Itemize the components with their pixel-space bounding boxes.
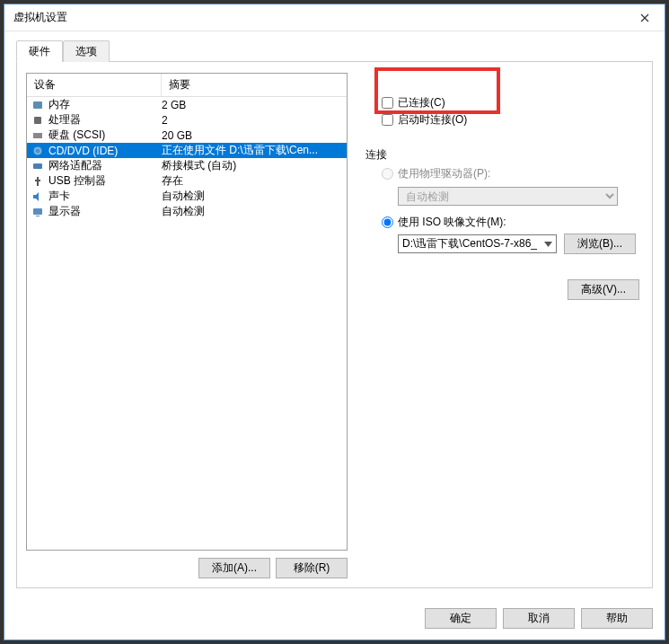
use-physical-row: 使用物理驱动器(P): (382, 166, 643, 181)
iso-path-input[interactable] (398, 234, 557, 253)
device-row[interactable]: 显示器自动检测 (27, 204, 347, 219)
svg-rect-0 (33, 101, 42, 109)
tab-strip: 硬件 选项 (16, 40, 653, 62)
device-row[interactable]: 网络适配器桥接模式 (自动) (27, 158, 347, 173)
iso-path-row: 浏览(B)... (398, 234, 643, 254)
connected-label: 已连接(C) (398, 95, 445, 110)
device-summary: 自动检测 (162, 204, 343, 219)
settings-window: 虚拟机设置 硬件 选项 设备 摘要 内存2 GB处理器2硬盘 (SCSI)20 … (4, 4, 665, 640)
device-label: 硬盘 (SCSI) (48, 128, 162, 143)
connect-at-power-checkbox[interactable] (382, 114, 393, 126)
col-header-summary[interactable]: 摘要 (162, 74, 347, 96)
usb-icon (31, 174, 45, 189)
svg-point-3 (37, 149, 40, 152)
device-label: 内存 (48, 97, 162, 112)
content-area: 硬件 选项 设备 摘要 内存2 GB处理器2硬盘 (SCSI)20 GBCD/D… (4, 31, 665, 599)
connection-heading: 连接 (365, 147, 643, 163)
device-table: 设备 摘要 内存2 GB处理器2硬盘 (SCSI)20 GBCD/DVD (ID… (26, 73, 348, 551)
svg-rect-1 (34, 117, 41, 124)
tab-options[interactable]: 选项 (63, 40, 110, 62)
device-summary: 20 GB (162, 129, 343, 142)
device-row[interactable]: CD/DVD (IDE)正在使用文件 D:\迅雷下载\Cen... (27, 143, 347, 158)
device-label: 处理器 (48, 112, 162, 128)
dialog-footer: 确定 取消 帮助 (4, 599, 665, 640)
device-label: 网络适配器 (48, 158, 162, 173)
cpu-icon (31, 113, 45, 128)
physical-drive-select[interactable]: 自动检测 (398, 187, 618, 206)
browse-button[interactable]: 浏览(B)... (564, 234, 636, 254)
connected-checkbox[interactable] (382, 97, 393, 109)
tab-body: 设备 摘要 内存2 GB处理器2硬盘 (SCSI)20 GBCD/DVD (ID… (16, 62, 653, 588)
use-iso-label: 使用 ISO 映像文件(M): (398, 215, 506, 230)
tab-hardware[interactable]: 硬件 (16, 40, 63, 62)
device-table-header: 设备 摘要 (27, 74, 347, 97)
disp-icon (31, 205, 45, 219)
connect-at-power-row: 启动时连接(O) (382, 112, 643, 128)
svg-rect-5 (33, 208, 42, 215)
device-summary: 2 (162, 114, 343, 127)
device-row[interactable]: 处理器2 (27, 112, 347, 128)
connection-section: 连接 使用物理驱动器(P): 自动检测 使用 ISO 映像文件(M): (365, 147, 643, 300)
use-iso-radio[interactable] (382, 216, 393, 228)
help-button[interactable]: 帮助 (581, 608, 653, 629)
net-icon (31, 159, 45, 173)
cancel-button[interactable]: 取消 (503, 608, 575, 629)
device-row[interactable]: USB 控制器存在 (27, 173, 347, 189)
device-summary: 正在使用文件 D:\迅雷下载\Cen... (162, 143, 343, 158)
device-summary: 存在 (162, 173, 343, 189)
detail-panel: 设备状态 已连接(C) 启动时连接(O) 连接 使用物理驱动器(P): (365, 73, 643, 578)
device-row[interactable]: 声卡自动检测 (27, 189, 347, 204)
titlebar: 虚拟机设置 (4, 4, 665, 31)
close-icon (640, 13, 649, 22)
device-row[interactable]: 内存2 GB (27, 97, 347, 112)
use-iso-row: 使用 ISO 映像文件(M): (382, 215, 643, 230)
disk-icon (31, 128, 45, 143)
use-physical-label: 使用物理驱动器(P): (398, 166, 490, 181)
use-physical-radio[interactable] (382, 168, 393, 180)
device-label: 声卡 (48, 189, 162, 204)
device-label: USB 控制器 (48, 173, 162, 189)
device-summary: 自动检测 (162, 189, 343, 204)
col-header-device[interactable]: 设备 (27, 74, 162, 96)
svg-rect-6 (36, 216, 40, 216)
chip-icon (31, 98, 45, 112)
advanced-button[interactable]: 高级(V)... (568, 279, 639, 300)
connect-at-power-label: 启动时连接(O) (398, 112, 467, 128)
remove-device-button[interactable]: 移除(R) (276, 558, 348, 578)
window-title: 虚拟机设置 (13, 10, 67, 25)
snd-icon (31, 190, 45, 204)
device-summary: 2 GB (162, 99, 343, 111)
device-label: 显示器 (48, 204, 162, 219)
svg-rect-4 (33, 163, 42, 169)
cd-icon (31, 144, 45, 158)
advanced-row: 高级(V)... (365, 279, 643, 300)
device-panel: 设备 摘要 内存2 GB处理器2硬盘 (SCSI)20 GBCD/DVD (ID… (26, 73, 348, 578)
add-device-button[interactable]: 添加(A)... (198, 558, 270, 578)
ok-button[interactable]: 确定 (425, 608, 497, 629)
device-buttons: 添加(A)... 移除(R) (26, 558, 348, 578)
device-summary: 桥接模式 (自动) (162, 158, 343, 173)
device-rows: 内存2 GB处理器2硬盘 (SCSI)20 GBCD/DVD (IDE)正在使用… (27, 97, 347, 219)
device-label: CD/DVD (IDE) (48, 145, 162, 157)
device-row[interactable]: 硬盘 (SCSI)20 GB (27, 128, 347, 143)
connected-row: 已连接(C) (382, 95, 643, 110)
close-button[interactable] (624, 4, 665, 31)
